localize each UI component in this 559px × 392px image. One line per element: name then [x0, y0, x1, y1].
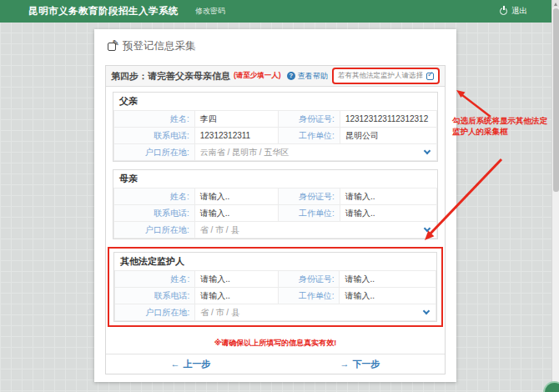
table-row: 姓名: 请输入.. 身份证号: 请输入.. [114, 188, 437, 205]
step-heading: 第四步：请完善父亲母亲信息 (请至少填一人) ? 查看帮助 若有其他法定监护人请… [106, 66, 445, 87]
floating-corner-button[interactable] [543, 381, 559, 392]
table-row: 户口所在地: 省 / 市 / 县 [115, 304, 436, 321]
change-password-link[interactable]: 修改密码 [195, 6, 225, 17]
help-link-label: 查看帮助 [298, 71, 328, 82]
other-guardian-table: 姓名: 请输入.. 身份证号: 请输入.. 联系电话: 请输入.. 工作单位: … [114, 270, 436, 321]
father-work-label: 工作单位: [279, 128, 340, 144]
guardian-id-label: 身份证号: [279, 271, 340, 288]
next-step-button[interactable]: →下一步 [275, 358, 445, 370]
guardian-work-field[interactable]: 请输入.. [340, 288, 436, 304]
prev-step-button[interactable]: ←上一步 [106, 358, 275, 370]
mother-name-field[interactable]: 请输入.. [194, 188, 279, 205]
annotation-red-box: 其他法定监护人 姓名: 请输入.. 身份证号: 请输入.. 联系电话: 请输入.… [108, 247, 443, 327]
mother-work-label: 工作单位: [279, 205, 340, 222]
section-other-guardian: 其他法定监护人 姓名: 请输入.. 身份证号: 请输入.. 联系电话: 请输入.… [113, 252, 437, 322]
topbar: 昆明市义务教育阶段招生入学系统 修改密码 退出 [0, 0, 559, 23]
father-id-label: 身份证号: [279, 111, 340, 128]
wizard-footer: ←上一步 →下一步 [106, 354, 445, 374]
guardian-residence-value: 省 / 市 / 县 [200, 307, 424, 319]
step-title: 第四步：请完善父亲母亲信息 [111, 70, 230, 83]
mother-residence-label: 户口所在地: [114, 222, 195, 239]
guardian-id-field[interactable]: 请输入.. [340, 271, 436, 288]
main-card: ✎ 预登记信息采集 第四步：请完善父亲母亲信息 (请至少填一人) ? 查看帮助 … [94, 29, 456, 382]
scrollbar-up-arrow-icon[interactable] [552, 0, 559, 8]
other-guardian-toggle[interactable]: 若有其他法定监护人请选择 ✓ [332, 68, 440, 84]
guardian-residence-label: 户口所在地: [115, 304, 195, 321]
father-work-field[interactable]: 昆明公司 [340, 128, 436, 144]
father-phone-field[interactable]: 12312312311 [194, 128, 279, 144]
section-mother-title: 母亲 [113, 170, 437, 188]
father-residence-select[interactable]: 云南省 / 昆明市 / 五华区 [194, 144, 436, 161]
table-row: 联系电话: 12312312311 工作单位: 昆明公司 [114, 128, 437, 144]
logout-label: 退出 [511, 6, 527, 17]
father-id-field[interactable]: 123123123112312312 [340, 111, 436, 128]
prev-step-label: 上一步 [184, 359, 211, 369]
guardian-name-field[interactable]: 请输入.. [195, 271, 279, 288]
section-father-title: 父亲 [113, 93, 437, 110]
father-phone-label: 联系电话: [114, 128, 195, 144]
table-row: 姓名: 李四 身份证号: 123123123112312312 [114, 111, 437, 128]
page: 昆明市义务教育阶段招生入学系统 修改密码 退出 ✎ 预登记信息采集 第四步：请完… [0, 0, 559, 392]
table-row: 联系电话: 请输入.. 工作单位: 请输入.. [114, 205, 437, 222]
father-name-label: 姓名: [114, 111, 195, 128]
section-father: 父亲 姓名: 李四 身份证号: 123123123112312312 联系电话:… [113, 92, 438, 162]
form-panel: 第四步：请完善父亲母亲信息 (请至少填一人) ? 查看帮助 若有其他法定监护人请… [105, 65, 446, 374]
left-arrow-icon: ← [171, 359, 180, 369]
table-row: 姓名: 请输入.. 身份证号: 请输入.. [115, 271, 436, 288]
section-other-guardian-title: 其他法定监护人 [114, 253, 436, 270]
edit-square-icon: ✎ [108, 42, 117, 51]
guardian-work-label: 工作单位: [279, 288, 340, 304]
mother-residence-select[interactable]: 省 / 市 / 县 [194, 222, 436, 239]
right-arrow-icon: → [340, 359, 350, 369]
mother-table: 姓名: 请输入.. 身份证号: 请输入.. 联系电话: 请输入.. 工作单位: … [113, 188, 437, 239]
mother-work-field[interactable]: 请输入.. [340, 205, 436, 222]
mother-phone-label: 联系电话: [114, 205, 195, 222]
validity-notice: ※请确保以上所填写的信息真实有效! [113, 334, 438, 354]
other-guardian-toggle-label: 若有其他法定监护人请选择 [338, 71, 423, 81]
father-residence-label: 户口所在地: [114, 144, 195, 161]
app-title: 昆明市义务教育阶段招生入学系统 [28, 5, 179, 18]
guardian-phone-field[interactable]: 请输入.. [195, 288, 279, 304]
father-residence-value: 云南省 / 昆明市 / 五华区 [200, 147, 425, 158]
power-icon [500, 8, 507, 15]
chevron-down-icon[interactable] [423, 308, 430, 314]
scrollbar[interactable] [551, 0, 559, 392]
table-row: 户口所在地: 云南省 / 昆明市 / 五华区 [114, 144, 437, 161]
question-circle-icon: ? [287, 72, 295, 80]
mother-id-field[interactable]: 请输入.. [340, 188, 436, 205]
mother-name-label: 姓名: [114, 188, 195, 205]
panel-body: 父亲 姓名: 李四 身份证号: 123123123112312312 联系电话:… [106, 87, 445, 354]
mother-phone-field[interactable]: 请输入.. [194, 205, 279, 222]
guardian-residence-select[interactable]: 省 / 市 / 县 [195, 304, 436, 321]
help-link[interactable]: ? 查看帮助 [287, 71, 328, 82]
mother-residence-value: 省 / 市 / 县 [200, 224, 425, 236]
card-header: ✎ 预登记信息采集 [94, 29, 456, 60]
mother-id-label: 身份证号: [279, 188, 340, 205]
section-mother: 母亲 姓名: 请输入.. 身份证号: 请输入.. 联系电话: 请输入.. 工作单… [113, 169, 438, 239]
father-table: 姓名: 李四 身份证号: 123123123112312312 联系电话: 12… [113, 110, 437, 161]
step-requirement: (请至少填一人) [234, 71, 281, 81]
logout-button[interactable]: 退出 [500, 6, 527, 17]
father-name-field[interactable]: 李四 [194, 111, 279, 128]
annotation-note: 勾选后系统将显示其他法定监护人的采集框 [452, 115, 549, 137]
page-title: 预登记信息采集 [123, 39, 196, 53]
chevron-down-icon[interactable] [424, 225, 431, 232]
scrollbar-thumb[interactable] [553, 8, 559, 192]
next-step-label: 下一步 [353, 359, 380, 369]
table-row: 联系电话: 请输入.. 工作单位: 请输入.. [115, 288, 436, 304]
table-row: 户口所在地: 省 / 市 / 县 [114, 222, 437, 239]
guardian-phone-label: 联系电话: [115, 288, 195, 304]
guardian-name-label: 姓名: [115, 271, 195, 288]
check-square-icon[interactable]: ✓ [426, 73, 434, 80]
chevron-down-icon[interactable] [424, 148, 431, 154]
